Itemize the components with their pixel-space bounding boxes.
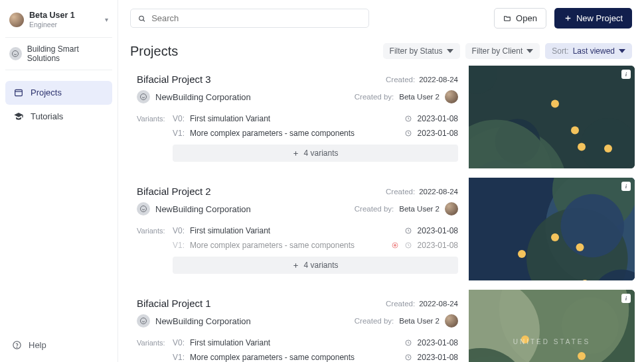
svg-point-54 [578, 352, 586, 360]
svg-rect-1 [15, 90, 23, 95]
project-title: Bifacial Project 3 [137, 74, 211, 85]
client-icon [137, 202, 150, 215]
project-title: Bifacial Project 1 [137, 298, 211, 309]
chevron-down-icon [447, 48, 453, 54]
variant-key: V1: [173, 353, 185, 362]
creator-avatar [445, 314, 458, 328]
svg-point-35 [551, 233, 559, 241]
variant-date: 2023-01-08 [418, 353, 458, 362]
project-card[interactable]: Bifacial Project 3 Created:2022-08-24 Ne… [130, 66, 635, 168]
created-by-value: Beta User 2 [399, 205, 440, 213]
org-icon [9, 47, 22, 60]
variant-name: First simulation Variant [190, 226, 270, 235]
chevron-down-icon [526, 48, 533, 54]
project-body: Bifacial Project 3 Created:2022-08-24 Ne… [130, 66, 469, 168]
client-name: NewBuilding Corporation [155, 92, 251, 102]
more-variants-button[interactable]: 4 variants [173, 257, 458, 274]
creator-avatar [445, 90, 458, 103]
variants-label: Variants: [137, 339, 167, 347]
clock-icon [404, 339, 412, 347]
plus-icon [292, 150, 299, 157]
nav-item-tutorials[interactable]: Tutorials [5, 105, 112, 129]
projects-icon [13, 88, 24, 98]
more-variants-label: 4 variants [303, 149, 338, 158]
sort-pill[interactable]: Sort: Last viewed [545, 43, 632, 59]
created-by-label: Created by: [355, 317, 394, 325]
record-icon [391, 241, 399, 249]
svg-point-21 [141, 206, 147, 212]
clock-icon [404, 115, 412, 123]
page-header: Projects Filter by Status Filter by Clie… [118, 34, 644, 66]
clock-icon [404, 227, 412, 235]
project-map[interactable]: UNITED STATES i [469, 290, 635, 362]
project-body: Bifacial Project 1 Created:2022-08-24 Ne… [130, 290, 469, 362]
project-list: Bifacial Project 3 Created:2022-08-24 Ne… [118, 66, 644, 362]
nav-item-projects[interactable]: Projects [5, 81, 112, 105]
variant-name: First simulation Variant [190, 338, 270, 347]
org-name: Building Smart Solutions [27, 44, 108, 63]
variant-date: 2023-01-08 [418, 129, 458, 138]
svg-point-0 [13, 50, 19, 56]
map-info-button[interactable]: i [621, 294, 631, 303]
help-link[interactable]: Help [5, 335, 112, 355]
variant-date: 2023-01-08 [418, 241, 458, 250]
client-icon [137, 90, 150, 103]
user-menu[interactable]: Beta User 1 Engineer ▾ [5, 7, 112, 38]
svg-point-18 [578, 143, 586, 151]
nav-label: Tutorials [31, 111, 63, 121]
created-date: 2022-08-24 [419, 300, 458, 308]
plus-icon [292, 262, 299, 269]
map-info-button[interactable]: i [621, 182, 631, 191]
filters: Filter by Status Filter by Client Sort: … [383, 43, 632, 59]
variant-row[interactable]: V1: More complex parameters - same compo… [137, 238, 458, 253]
project-map[interactable]: i [469, 66, 635, 168]
created-date: 2022-08-24 [419, 188, 458, 196]
svg-point-36 [576, 243, 584, 251]
map-info-button[interactable]: i [621, 70, 631, 79]
variant-row[interactable]: V1: More complex parameters - same compo… [137, 350, 458, 362]
user-role: Engineer [29, 21, 100, 29]
variant-row[interactable]: Variants: V0: First simulation Variant 2… [137, 111, 458, 126]
variant-row[interactable]: Variants: V0: First simulation Variant 2… [137, 223, 458, 238]
open-button[interactable]: Open [494, 8, 546, 29]
svg-point-33 [561, 194, 624, 257]
project-card[interactable]: Bifacial Project 2 Created:2022-08-24 Ne… [130, 178, 635, 280]
variants-label: Variants: [137, 115, 167, 123]
created-by-value: Beta User 2 [399, 317, 440, 325]
chevron-down-icon [619, 48, 625, 54]
variant-key: V0: [173, 338, 185, 347]
svg-point-34 [518, 250, 526, 258]
new-project-button[interactable]: New Project [554, 8, 632, 29]
more-variants-button[interactable]: 4 variants [173, 145, 458, 162]
filter-client[interactable]: Filter by Client [465, 43, 540, 59]
variant-name: First simulation Variant [190, 114, 270, 123]
project-card[interactable]: Bifacial Project 1 Created:2022-08-24 Ne… [130, 290, 635, 362]
created-date: 2022-08-24 [419, 76, 458, 84]
created-label: Created: [386, 188, 415, 196]
org-selector[interactable]: Building Smart Solutions [5, 38, 112, 70]
search-box[interactable] [130, 9, 369, 28]
topbar: Open New Project [118, 0, 644, 34]
created-by-value: Beta User 2 [399, 93, 440, 101]
svg-point-52 [521, 335, 529, 343]
user-name: Beta User 1 [29, 11, 100, 21]
search-input[interactable] [151, 13, 362, 23]
variant-row[interactable]: Variants: V0: First simulation Variant 2… [137, 335, 458, 350]
project-body: Bifacial Project 2 Created:2022-08-24 Ne… [130, 178, 469, 280]
tutorials-icon [13, 111, 24, 122]
variant-row[interactable]: V1: More complex parameters - same compo… [137, 126, 458, 141]
project-map[interactable]: i [469, 178, 635, 280]
clock-icon [404, 129, 412, 137]
variant-name: More complex parameters - same component… [190, 129, 355, 138]
filter-status[interactable]: Filter by Status [383, 43, 460, 59]
svg-point-20 [604, 145, 612, 152]
client-name: NewBuilding Corporation [155, 204, 251, 214]
variant-name: More complex parameters - same component… [190, 353, 355, 362]
svg-point-3 [17, 347, 17, 347]
map-canvas [469, 66, 635, 168]
variant-date: 2023-01-08 [418, 114, 458, 123]
svg-point-17 [571, 127, 579, 135]
clock-icon [404, 241, 412, 249]
variant-key: V0: [173, 226, 185, 235]
variant-key: V1: [173, 129, 185, 138]
